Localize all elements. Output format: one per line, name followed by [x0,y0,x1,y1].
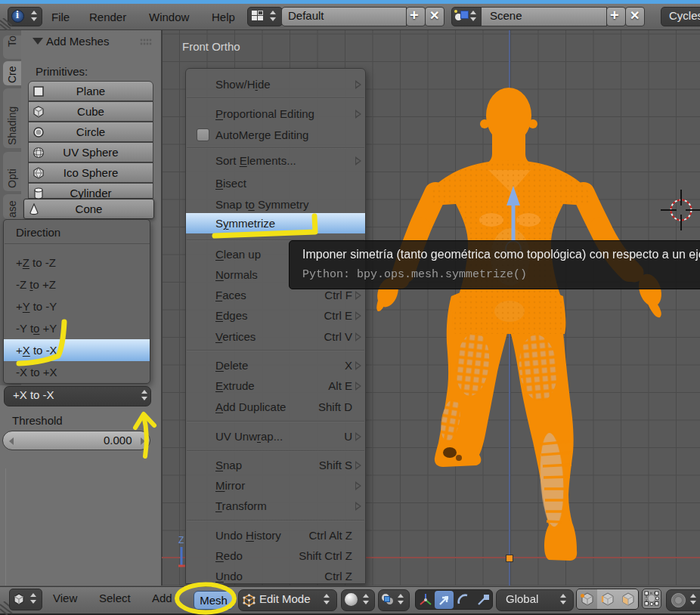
svg-text:Z: Z [178,535,184,545]
